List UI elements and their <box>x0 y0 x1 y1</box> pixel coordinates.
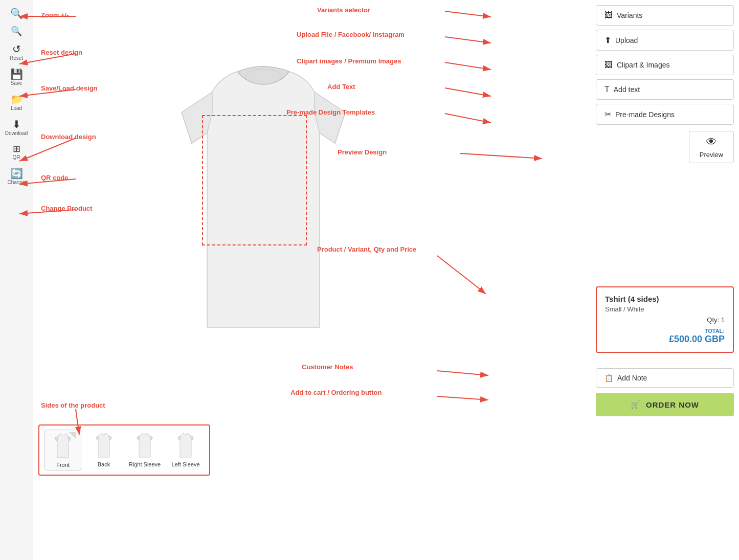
left-toolbar: 🔍 🔍 ↺ Reset 💾 Save 📁 Load ⬇ Download ⊞ Q… <box>0 0 33 560</box>
clipart-button[interactable]: 🖼 Clipart & Images <box>596 55 734 75</box>
product-total-price: £500.00 GBP <box>605 334 725 345</box>
back-label: Back <box>98 461 110 467</box>
download-icon: ⬇ <box>12 119 21 129</box>
variants-icon: 🖼 <box>604 11 613 20</box>
save-button[interactable]: 💾 Save <box>2 66 31 89</box>
variants-button[interactable]: 🖼 Variants <box>596 5 734 26</box>
right-sleeve-thumb-img <box>132 432 158 460</box>
add-note-button[interactable]: 📋 Add Note <box>596 368 734 388</box>
tshirt-image <box>130 51 396 368</box>
left-sleeve-label: Left Sleeve <box>171 461 199 467</box>
variants-label: Variants <box>617 11 642 19</box>
download-button[interactable]: ⬇ Download <box>2 116 31 139</box>
side-right-sleeve[interactable]: Right Sleeve <box>126 430 163 471</box>
qr-button[interactable]: ⊞ QR <box>2 141 31 163</box>
reset-icon: ↺ <box>12 44 21 54</box>
save-label: Save <box>11 80 23 86</box>
premade-icon: ✂ <box>604 109 611 119</box>
side-front[interactable]: Front <box>44 430 81 471</box>
premade-designs-button[interactable]: ✂ Pre-made Designs <box>596 104 734 125</box>
side-back[interactable]: Back <box>85 430 122 471</box>
change-icon: 🔄 <box>10 168 23 178</box>
add-note-label: Add Note <box>617 374 647 382</box>
qr-icon: ⊞ <box>13 144 20 153</box>
download-label: Download <box>5 130 28 136</box>
change-label: Change <box>7 180 25 185</box>
upload-button[interactable]: ⬆ Upload <box>596 30 734 51</box>
load-icon: 📁 <box>10 94 23 104</box>
front-label: Front <box>56 462 70 468</box>
load-label: Load <box>11 105 22 111</box>
product-variant: Small / White <box>605 305 725 313</box>
right-sleeve-label: Right Sleeve <box>129 461 161 467</box>
product-total-label: TOTAL: <box>605 328 725 334</box>
note-icon: 📋 <box>604 374 613 382</box>
front-thumb-img <box>50 432 76 460</box>
preview-label: Preview <box>700 151 723 159</box>
product-title: Tshirt (4 sides) <box>605 295 725 303</box>
qr-label: QR <box>13 154 20 160</box>
save-icon: 💾 <box>10 69 23 79</box>
right-panel: 🖼 Variants ⬆ Upload 🖼 Clipart & Images T… <box>596 5 734 163</box>
back-thumb-img <box>91 432 117 460</box>
upload-label: Upload <box>615 36 638 44</box>
preview-btn-wrap: 👁 Preview <box>596 131 734 163</box>
main-canvas <box>33 0 494 419</box>
reset-label: Reset <box>10 55 23 61</box>
load-button[interactable]: 📁 Load <box>2 91 31 114</box>
order-now-label: ORDER NOW <box>646 400 699 409</box>
text-icon: T <box>604 85 610 94</box>
upload-icon: ⬆ <box>604 35 611 45</box>
left-sleeve-thumb-img <box>173 432 198 460</box>
tshirt-container <box>123 36 404 384</box>
cart-icon: 🛒 <box>631 400 641 409</box>
clipart-label: Clipart & Images <box>617 61 669 69</box>
add-text-label: Add text <box>614 85 640 94</box>
change-product-button[interactable]: 🔄 Change <box>2 165 31 188</box>
zoom-out-icon: 🔍 <box>11 27 22 36</box>
zoom-out-button[interactable]: 🔍 <box>2 24 31 39</box>
order-now-button[interactable]: 🛒 ORDER NOW <box>596 393 734 416</box>
product-qty: Qty: 1 <box>605 316 725 324</box>
zoom-in-icon: 🔍 <box>10 8 23 18</box>
product-info-box: Tshirt (4 sides) Small / White Qty: 1 TO… <box>596 286 734 353</box>
zoom-in-button[interactable]: 🔍 <box>2 5 31 21</box>
preview-button[interactable]: 👁 Preview <box>689 131 734 163</box>
add-text-button[interactable]: T Add text <box>596 79 734 100</box>
side-left-sleeve[interactable]: Left Sleeve <box>167 430 204 471</box>
sides-panel: Front Back Right Sleeve <box>38 424 210 476</box>
reset-button[interactable]: ↺ Reset <box>2 41 31 64</box>
clipart-icon: 🖼 <box>604 60 613 70</box>
premade-label: Pre-made Designs <box>615 110 675 119</box>
preview-icon: 👁 <box>706 136 717 149</box>
